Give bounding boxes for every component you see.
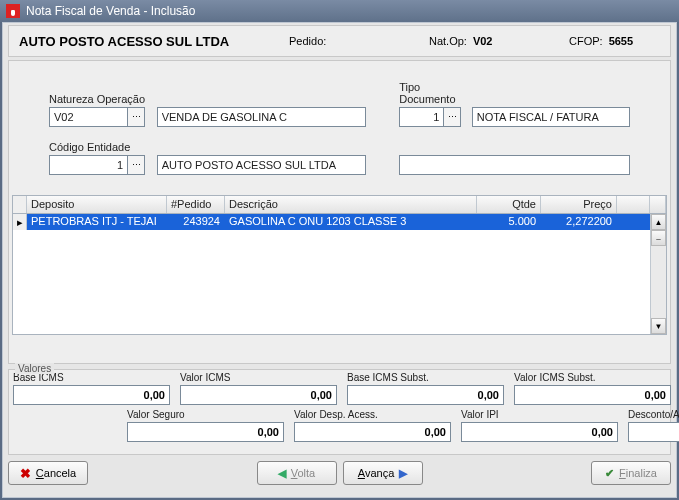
tipodoc-desc <box>472 107 630 127</box>
natureza-lookup-button[interactable]: ⋯ <box>127 107 145 127</box>
grid-scrollbar[interactable]: ▲ – ▼ <box>650 214 666 334</box>
cancel-icon: ✖ <box>20 466 31 481</box>
cancel-label-rest: ancela <box>44 467 76 479</box>
cancel-button[interactable]: ✖ Cancela <box>8 461 88 485</box>
valor-icms-input[interactable] <box>180 385 337 405</box>
scroll-stop-icon[interactable]: – <box>651 230 666 246</box>
col-deposito[interactable]: Deposito <box>27 196 167 213</box>
valor-ipi-label: Valor IPI <box>461 409 618 420</box>
entidade-desc <box>157 155 366 175</box>
window-title: Nota Fiscal de Venda - Inclusão <box>26 4 195 18</box>
entidade-label: Código Entidade <box>49 141 151 153</box>
app-icon <box>6 4 20 18</box>
window-body: AUTO POSTO ACESSO SUL LTDA Pedido: Nat.O… <box>2 22 677 498</box>
next-button[interactable]: Avança ▶ <box>343 461 423 485</box>
valor-desp-input[interactable] <box>294 422 451 442</box>
col-qtde[interactable]: Qtde <box>477 196 541 213</box>
pedido-label: Pedido: <box>289 35 326 47</box>
arrow-right-icon: ▶ <box>399 467 407 480</box>
back-button: ◀ Volta <box>257 461 337 485</box>
valor-icms-subst-input[interactable] <box>514 385 671 405</box>
base-icms-subst-input[interactable] <box>347 385 504 405</box>
col-descricao[interactable]: Descrição <box>225 196 477 213</box>
natureza-desc <box>157 107 366 127</box>
cfop-value: 5655 <box>609 35 633 47</box>
tipodoc-label: Tipo Documento <box>399 81 465 105</box>
tipodoc-code-input[interactable] <box>399 107 443 127</box>
grid-marker-column <box>13 196 27 213</box>
next-label-rest: vança <box>365 467 394 479</box>
company-name: AUTO POSTO ACESSO SUL LTDA <box>19 34 289 49</box>
check-icon: ✔ <box>605 467 614 480</box>
grid-header: Deposito #Pedido Descrição Qtde Preço <box>13 196 666 214</box>
arrow-left-icon: ◀ <box>278 467 286 480</box>
col-preco[interactable]: Preço <box>541 196 617 213</box>
cell-pedido: 243924 <box>167 214 225 230</box>
scroll-down-icon[interactable]: ▼ <box>651 318 666 334</box>
natureza-label: Natureza Operação <box>49 93 151 105</box>
valor-desp-label: Valor Desp. Acess. <box>294 409 451 420</box>
row-indicator-icon: ▸ <box>13 214 27 230</box>
main-panel: Natureza Operação ⋯ Tipo Documento ⋯ <box>8 60 671 364</box>
scroll-up-icon[interactable]: ▲ <box>651 214 666 230</box>
base-icms-subst-label: Base ICMS Subst. <box>347 372 504 383</box>
natop-label: Nat.Op: <box>429 35 467 47</box>
totals-legend: Valores <box>15 363 54 374</box>
table-row[interactable]: ▸ PETROBRAS ITJ - TEJAI 243924 GASOLINA … <box>13 214 650 230</box>
base-icms-input[interactable] <box>13 385 170 405</box>
cell-deposito: PETROBRAS ITJ - TEJAI <box>27 214 167 230</box>
desc-acr-input[interactable] <box>628 422 679 442</box>
valor-ipi-input[interactable] <box>461 422 618 442</box>
cell-descricao: GASOLINA C ONU 1203 CLASSE 3 <box>225 214 477 230</box>
back-label-rest: olta <box>297 467 315 479</box>
tipodoc-lookup-button[interactable]: ⋯ <box>443 107 461 127</box>
button-bar: ✖ Cancela ◀ Volta Avança ▶ ✔ Finaliza <box>8 461 671 485</box>
next-label-u: A <box>358 467 365 479</box>
cell-qtde: 5.000 <box>477 214 541 230</box>
totals-panel: Valores Base ICMS Valor ICMS Base ICMS S… <box>8 369 671 455</box>
titlebar: Nota Fiscal de Venda - Inclusão <box>0 0 679 22</box>
cfop-label: CFOP: <box>569 35 603 47</box>
items-grid: Deposito #Pedido Descrição Qtde Preço ▸ … <box>12 195 667 335</box>
header-bar: AUTO POSTO ACESSO SUL LTDA Pedido: Nat.O… <box>8 25 671 57</box>
valor-seguro-input[interactable] <box>127 422 284 442</box>
col-pedido[interactable]: #Pedido <box>167 196 225 213</box>
natop-value: V02 <box>473 35 493 47</box>
valor-icms-subst-label: Valor ICMS Subst. <box>514 372 671 383</box>
entidade-code-input[interactable] <box>49 155 127 175</box>
valor-seguro-label: Valor Seguro <box>127 409 284 420</box>
desc-acr-label: Desconto/Acréscimo <box>628 409 679 420</box>
finish-label-rest: inaliza <box>626 467 657 479</box>
cancel-label-u: C <box>36 467 44 479</box>
natureza-code-input[interactable] <box>49 107 127 127</box>
finish-button: ✔ Finaliza <box>591 461 671 485</box>
entidade-lookup-button[interactable]: ⋯ <box>127 155 145 175</box>
cell-preco: 2,272200 <box>541 214 617 230</box>
valor-icms-label: Valor ICMS <box>180 372 337 383</box>
finish-label-u: F <box>619 467 626 479</box>
extra-field[interactable] <box>399 155 630 175</box>
scroll-track[interactable] <box>651 246 666 318</box>
